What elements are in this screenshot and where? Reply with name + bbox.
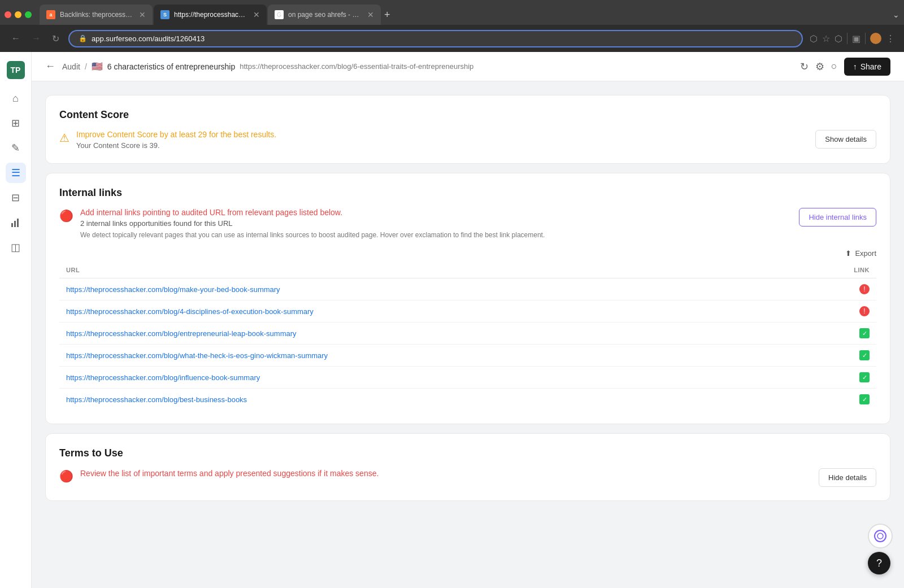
extension-icon-1[interactable]: ⬡: [810, 33, 818, 44]
table-row: https://theprocesshacker.com/blog/4-disc…: [59, 300, 876, 323]
link-url-anchor[interactable]: https://theprocesshacker.com/blog/make-y…: [66, 285, 280, 294]
export-button[interactable]: ⬆ Export: [845, 249, 876, 258]
error-status-icon: !: [859, 306, 870, 316]
url-input[interactable]: 🔒 app.surferseo.com/audits/1260413: [68, 30, 803, 47]
ok-status-icon: ✓: [859, 372, 870, 382]
content-score-card: Content Score ⚠ Improve Content Score by…: [45, 95, 890, 164]
tab-close-2[interactable]: ✕: [253, 10, 260, 19]
link-url-cell: https://theprocesshacker.com/blog/best-b…: [59, 389, 798, 411]
close-control[interactable]: [5, 11, 11, 18]
link-status-cell: !: [798, 300, 876, 323]
link-url-anchor[interactable]: https://theprocesshacker.com/blog/influe…: [66, 373, 260, 382]
url-text: app.surferseo.com/audits/1260413: [92, 34, 793, 43]
svg-rect-0: [11, 223, 13, 227]
link-status-cell: ✓: [798, 389, 876, 411]
breadcrumb-url: https://theprocesshacker.com/blog/6-esse…: [240, 62, 473, 71]
hide-internal-links-button[interactable]: Hide internal links: [799, 208, 876, 227]
terms-to-use-card: Terms to Use 🔴 Review the list of import…: [45, 433, 890, 501]
layout-inner: ← Audit / 🇺🇸 6 characteristics of entrep…: [32, 52, 904, 588]
breadcrumb-flag: 🇺🇸: [92, 61, 103, 72]
error-status-icon: !: [859, 284, 870, 294]
content-score-sub-text: Your Content Score is 39.: [76, 141, 276, 150]
help-fab[interactable]: ?: [868, 552, 890, 574]
settings-icon-button[interactable]: ⚙: [815, 60, 824, 73]
export-icon: ⬆: [845, 249, 851, 258]
forward-button[interactable]: →: [29, 31, 43, 46]
ok-status-icon: ✓: [859, 328, 870, 338]
feedback-fab[interactable]: [868, 524, 893, 548]
share-label: Share: [860, 62, 881, 71]
sidebar-item-chart[interactable]: [6, 212, 26, 233]
back-button[interactable]: ←: [45, 60, 55, 72]
tab-overflow-button[interactable]: ⌄: [893, 10, 899, 19]
svg-rect-2: [17, 219, 19, 227]
table-row: https://theprocesshacker.com/blog/entrep…: [59, 323, 876, 345]
content-score-alert-text: Improve Content Score by at least 29 for…: [76, 130, 276, 139]
link-url-anchor[interactable]: https://theprocesshacker.com/blog/4-disc…: [66, 307, 314, 316]
terms-message: Review the list of important terms and a…: [80, 468, 812, 478]
main-content: Content Score ⚠ Improve Content Score by…: [32, 81, 904, 588]
link-url-cell: https://theprocesshacker.com/blog/entrep…: [59, 323, 798, 345]
sidebar-item-home[interactable]: ⌂: [6, 88, 26, 108]
back-button[interactable]: ←: [9, 31, 23, 46]
internal-links-table: URL LINK https://theprocesshacker.com/bl…: [59, 262, 876, 410]
svg-rect-1: [14, 221, 16, 227]
link-status-cell: ✓: [798, 345, 876, 367]
error-icon: 🔴: [59, 209, 73, 223]
link-url-anchor[interactable]: https://theprocesshacker.com/blog/entrep…: [66, 329, 297, 338]
ok-status-icon: ✓: [859, 350, 870, 360]
menu-icon[interactable]: ⋮: [886, 33, 895, 44]
breadcrumb: Audit / 🇺🇸 6 characteristics of entrepre…: [62, 61, 473, 72]
app-header: ← Audit / 🇺🇸 6 characteristics of entrep…: [32, 52, 904, 81]
bookmark-icon[interactable]: ☆: [822, 33, 830, 44]
new-tab-button[interactable]: +: [384, 9, 390, 21]
breadcrumb-title: 6 characteristics of entrepreneurship: [107, 62, 235, 71]
tab-close-3[interactable]: ✕: [367, 10, 374, 19]
minimize-control[interactable]: [15, 11, 21, 18]
link-url-anchor[interactable]: https://theprocesshacker.com/blog/best-b…: [66, 395, 247, 404]
tab-favicon-1: a: [46, 10, 55, 19]
browser-tab-2[interactable]: S https://theprocesshacker.co... ✕: [154, 5, 267, 25]
refresh-button[interactable]: ↻: [50, 31, 62, 46]
sidebar-logo: TP: [7, 61, 25, 79]
url-lock-icon: 🔒: [79, 34, 87, 42]
link-url-cell: https://theprocesshacker.com/blog/4-disc…: [59, 300, 798, 323]
internal-links-card: Internal links 🔴 Add internal links poin…: [45, 173, 890, 424]
app-container: TP ⌂ ⊞ ✎ ☰ ⊟ ◫ ← Audit / 🇺🇸 6 characteri…: [0, 52, 904, 588]
sidebar-item-table[interactable]: ⊟: [6, 188, 26, 208]
browser-tab-1[interactable]: a Backlinks: theprocesshacker... ✕: [40, 5, 153, 25]
maximize-control[interactable]: [25, 11, 32, 18]
sidebar-item-doc[interactable]: ☰: [6, 163, 26, 183]
share-button[interactable]: ↑ Share: [844, 58, 890, 76]
header-actions: ↻ ⚙ ○ ↑ Share: [800, 58, 890, 76]
export-row: ⬆ Export: [59, 249, 876, 258]
sidebar-item-grid[interactable]: ⊞: [6, 113, 26, 133]
sidebar-item-stack[interactable]: ◫: [6, 237, 26, 258]
extension-icon-2[interactable]: ⬡: [835, 33, 842, 44]
breadcrumb-separator: /: [85, 62, 87, 71]
divider: [847, 33, 847, 44]
refresh-icon-button[interactable]: ↻: [800, 60, 809, 73]
check-icon-button[interactable]: ○: [831, 60, 837, 72]
table-row: https://theprocesshacker.com/blog/best-b…: [59, 389, 876, 411]
tab-label-1: Backlinks: theprocesshacker...: [60, 11, 134, 19]
show-details-button[interactable]: Show details: [815, 130, 876, 149]
hide-details-button[interactable]: Hide details: [819, 468, 876, 487]
sidebar-item-edit[interactable]: ✎: [6, 138, 26, 158]
tab-favicon-2: S: [160, 10, 169, 19]
share-icon: ↑: [853, 62, 857, 71]
divider2: [865, 33, 866, 44]
sidebar-toggle[interactable]: ▣: [852, 33, 860, 44]
breadcrumb-audit: Audit: [62, 62, 80, 71]
col-url-header: URL: [59, 262, 798, 278]
warning-icon: ⚠: [59, 131, 69, 145]
browser-tab-3[interactable]: G on page seo ahrefs - Google... ✕: [268, 5, 381, 25]
table-row: https://theprocesshacker.com/blog/influe…: [59, 367, 876, 389]
link-url-anchor[interactable]: https://theprocesshacker.com/blog/what-t…: [66, 351, 328, 360]
tab-close-1[interactable]: ✕: [139, 10, 146, 19]
internal-links-message: Add internal links pointing to audited U…: [80, 208, 792, 240]
content-score-message: Improve Content Score by at least 29 for…: [76, 130, 276, 150]
profile-icon[interactable]: [870, 33, 881, 44]
table-row: https://theprocesshacker.com/blog/what-t…: [59, 345, 876, 367]
col-link-header: LINK: [798, 262, 876, 278]
